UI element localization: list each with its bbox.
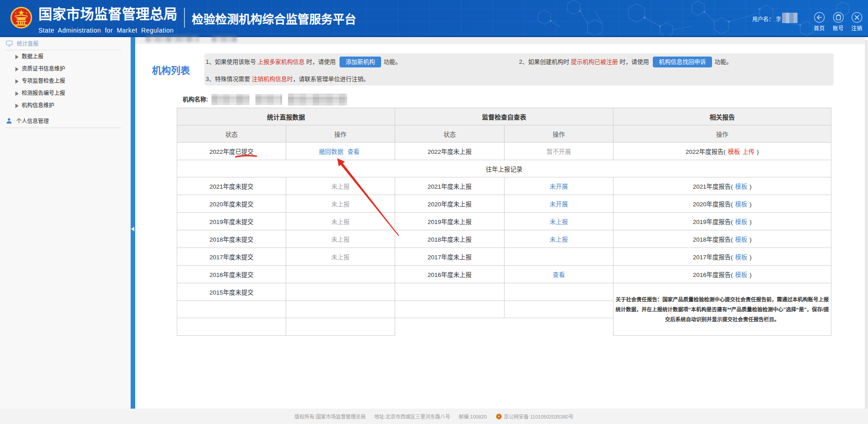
breadcrumb-redaction-blob [146, 35, 199, 42]
account-button[interactable]: 账号 [829, 12, 847, 32]
notice-text: 功能。 [384, 58, 401, 65]
template-link[interactable]: 模板 [735, 254, 747, 261]
sidebar-item-certificate-maintenance[interactable]: 资质证书信息维护 [0, 63, 131, 75]
sidebar-item-special-supervision[interactable]: 专项监督检查上报 [0, 75, 131, 87]
org-title-english: State Administration for Market Regulati… [38, 27, 174, 34]
operation-cell [286, 301, 395, 318]
notice-highlight: 上报多家机构信息 [258, 58, 305, 65]
report-text: ) [750, 254, 752, 261]
header-divider [184, 8, 185, 28]
logout-label: 注销 [851, 24, 862, 32]
table-row-2020: 2020年度未提交 未上报 2020年度未上报 未开展 2020年度报告(模板) [177, 195, 831, 213]
account-label: 账号 [833, 24, 844, 32]
footer-beian: 京公网安备 11010502035380号 [495, 413, 574, 420]
operation-cell: 未上报 [286, 213, 395, 230]
org-info-appeal-button[interactable]: 机构信息找回申诉 [653, 57, 712, 67]
report-cell: 2018年度报告(模板) [613, 230, 831, 248]
operation-cell: 未上报 [505, 230, 613, 248]
sidebar-group-personal-info[interactable]: 个人信息管理 [6, 117, 49, 124]
table-row-2017: 2017年度未提交 未上报 2017年度未上报 2017年度报告(模板) [177, 248, 831, 266]
scrollbar-track[interactable] [865, 40, 868, 409]
not-started-link[interactable]: 未开展 [550, 183, 568, 190]
operation-cell: 未上报 [505, 213, 613, 230]
report-text: ) [757, 148, 759, 155]
table-row-2021: 2021年度未提交 未上报 2021年度未上报 未开展 2021年度报告(模板) [177, 177, 831, 195]
status-cell: 2020年度未提交 [177, 195, 286, 213]
report-text: 2021年度报告( [693, 183, 733, 190]
column-group-reports: 相关报告 [613, 108, 831, 125]
report-text: 2020年度报告( [693, 201, 733, 208]
sidebar-item-label: 数据上报 [22, 53, 43, 60]
template-link[interactable]: 模板 [735, 236, 747, 243]
notice-box: 1、如果使用该账号 上报多家机构信息 时，请使用添加新机构功能。 2、如果创建机… [204, 53, 834, 86]
triangle-right-icon [15, 91, 19, 96]
operation-cell: 查看 [505, 266, 613, 283]
not-reported-link[interactable]: 未上报 [550, 236, 568, 243]
sidebar-menu: 数据上报 资质证书信息维护 专项监督检查上报 检测报告编号上报 机构信息维护 [0, 51, 131, 112]
operation-cell [286, 318, 395, 336]
report-text: ) [750, 219, 752, 225]
status-cell: 2019年度未上报 [395, 213, 505, 230]
home-button[interactable]: 首页 [810, 12, 828, 32]
table-row-2016: 2016年度未提交 2016年度未上报 查看 2016年度报告(模板) [177, 266, 831, 283]
org-name-label: 机构名称: [183, 95, 208, 103]
sidebar-item-org-info-maintenance[interactable]: 机构信息维护 [0, 100, 131, 112]
report-text: ) [750, 201, 752, 208]
operation-cell: 未开展 [505, 177, 613, 195]
status-cell: 2019年度未提交 [177, 213, 286, 230]
logout-x-icon [851, 12, 863, 23]
not-reported-link[interactable]: 未上报 [550, 219, 568, 225]
report-text: 2017年度报告( [693, 254, 733, 261]
not-started-link[interactable]: 未开展 [550, 201, 568, 208]
status-2022-submitted: 2022年度已提交 [209, 147, 254, 156]
operation-cell: 暂不开展 [505, 143, 613, 160]
sidebar-group-statistics[interactable]: 统计直报 [6, 39, 38, 47]
table-row-2022: 2022年度已提交 撤回数据 查看 2022年度未上报 暂不开展 2022年度报… [177, 143, 831, 160]
operation-cell [286, 266, 395, 283]
view-link[interactable]: 查看 [347, 148, 359, 155]
notice-text: 1、如果使用该账号 [206, 58, 258, 65]
status-cell [177, 318, 286, 336]
sidebar-item-data-report[interactable]: 数据上报 [0, 51, 131, 63]
table-history-header-row: 往年上报记录 [177, 160, 831, 177]
sidebar-item-label: 资质证书信息维护 [22, 66, 65, 72]
add-new-org-button[interactable]: 添加新机构 [340, 57, 381, 67]
report-text: 2018年度报告( [693, 236, 733, 243]
report-text: ) [750, 272, 752, 278]
template-link[interactable]: 模板 [728, 148, 740, 155]
report-cell: 2017年度报告(模板) [613, 248, 831, 266]
table-group-header-row: 统计直报数据 监督检查自查表 相关报告 [177, 108, 831, 125]
template-link[interactable]: 模板 [735, 219, 747, 225]
notice-item-2: 2、如果创建机构时 提示机构已被注册 时，请使用机构信息找回申诉功能。 [519, 56, 732, 67]
logout-button[interactable]: 注销 [848, 12, 866, 32]
table-sub-header-row: 状态 操作 状态 操作 操作 [177, 125, 831, 143]
sidebar-item-test-report-number[interactable]: 检测报告编号上报 [0, 87, 131, 100]
upload-link[interactable]: 上传 [742, 148, 755, 155]
footer-content: 版权所有:国家市场监督管理总局 地址:北京市西城区三里河东路八号 邮编:1008… [0, 409, 868, 424]
sidebar-collapse-handle[interactable] [131, 227, 134, 231]
sidebar-item-label: 检测报告编号上报 [22, 90, 65, 96]
template-link[interactable]: 模板 [735, 201, 747, 208]
home-back-arrow-icon [814, 12, 825, 23]
sidebar-group-statistics-label: 统计直报 [17, 39, 38, 47]
operation-cell: 撤回数据 查看 [286, 143, 395, 160]
report-cell: 2020年度报告(模板) [613, 195, 831, 213]
notice-highlight: 注销机构信息时 [252, 76, 293, 82]
footer-beian-text: 京公网安备 11010502035380号 [504, 413, 574, 420]
status-cell [395, 283, 505, 301]
status-cell: 2016年度未上报 [395, 266, 505, 283]
withdraw-data-link[interactable]: 撤回数据 [319, 148, 344, 155]
column-group-statistics: 统计直报数据 [177, 108, 395, 125]
org-name-redaction-blob [212, 94, 250, 105]
operation-cell: 未上报 [286, 248, 395, 266]
notice-text: 2、如果创建机构时 [519, 58, 571, 65]
notice-text: ，请联系管理单位进行注销。 [293, 76, 369, 82]
report-cell: 2021年度报告(模板) [613, 177, 831, 195]
view-link[interactable]: 查看 [553, 272, 565, 278]
template-link[interactable]: 模板 [735, 183, 747, 190]
status-cell [177, 301, 286, 318]
police-badge-icon [495, 413, 502, 420]
triangle-right-icon [15, 55, 19, 59]
status-cell: 2022年度已提交 [177, 143, 286, 160]
template-link[interactable]: 模板 [735, 272, 747, 278]
